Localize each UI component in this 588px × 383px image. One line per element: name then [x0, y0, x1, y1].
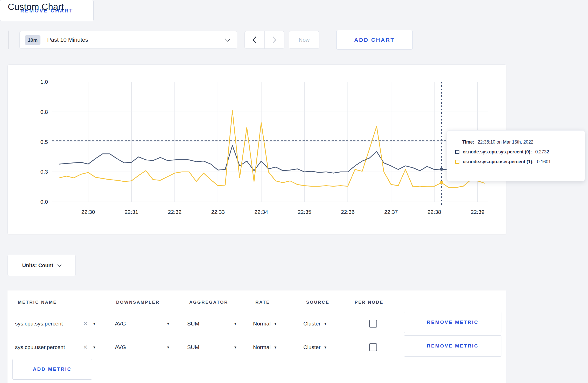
- column-header-source: SOURCE: [306, 300, 330, 305]
- caret-down-icon: ▼: [274, 322, 277, 325]
- tooltip-time-row: Time:22:38:10 on Mar 15th, 2022: [462, 139, 585, 145]
- tooltip-series-name: cr.node.sys.cpu.user.percent (1):: [463, 159, 534, 165]
- custom-chart-page: Custom Chart 10m Past 10 Minutes Now ADD…: [0, 0, 588, 383]
- metric-name-select[interactable]: sys.cpu.sys.percent ✕ ▼: [15, 321, 96, 327]
- rate-select[interactable]: Normal ▼: [253, 321, 277, 327]
- column-header-per-node: PER NODE: [355, 300, 383, 305]
- source-select[interactable]: Cluster ▼: [303, 344, 327, 350]
- time-range-label: Past 10 Minutes: [47, 37, 88, 43]
- cpu-chart-plot[interactable]: 22:3022:3122:3222:3322:3422:3522:3622:37…: [8, 65, 507, 235]
- page-title: Custom Chart: [8, 2, 64, 12]
- caret-down-icon: ▼: [166, 346, 170, 349]
- caret-down-icon: ▼: [324, 322, 327, 325]
- rate-value: Normal: [253, 344, 271, 350]
- svg-text:22:36: 22:36: [341, 209, 355, 215]
- metric-row: sys.cpu.sys.percent ✕ ▼ AVG ▼ SUM ▼ Norm…: [8, 312, 506, 336]
- next-time-button[interactable]: [264, 31, 284, 48]
- tooltip-series-value: 0.2732: [535, 149, 549, 155]
- downsampler-select[interactable]: AVG ▼: [115, 344, 170, 350]
- svg-text:22:35: 22:35: [298, 209, 311, 215]
- tooltip-series-value: 0.1601: [537, 159, 551, 165]
- column-header-downsampler: DOWNSAMPLER: [116, 300, 160, 305]
- chevron-right-icon: [272, 36, 277, 44]
- chevron-left-icon: [252, 36, 257, 44]
- metric-name-value: sys.cpu.sys.percent: [15, 321, 63, 327]
- units-select[interactable]: Units: Count: [8, 255, 76, 276]
- column-header-rate: RATE: [255, 300, 270, 305]
- svg-text:0.0: 0.0: [40, 199, 48, 205]
- user-series-swatch-icon: [455, 160, 459, 164]
- svg-text:22:39: 22:39: [471, 209, 485, 215]
- rate-value: Normal: [253, 321, 271, 327]
- svg-text:0.8: 0.8: [40, 109, 48, 115]
- units-select-label: Units: Count: [22, 263, 53, 268]
- svg-text:1.0: 1.0: [40, 79, 48, 85]
- caret-down-icon: ▼: [93, 346, 96, 349]
- metric-name-value: sys.cpu.user.percent: [15, 344, 65, 350]
- time-range-select[interactable]: 10m Past 10 Minutes: [19, 31, 237, 49]
- tooltip-time-value: 22:38:10 on Mar 15th, 2022: [478, 139, 533, 145]
- svg-text:22:33: 22:33: [211, 209, 225, 215]
- tooltip-series-row: cr.node.sys.cpu.sys.percent (0): 0.2732: [455, 149, 585, 155]
- source-select[interactable]: Cluster ▼: [303, 321, 327, 327]
- prev-time-button[interactable]: [245, 31, 264, 48]
- tooltip-time-label: Time:: [462, 139, 474, 145]
- metric-name-select[interactable]: sys.cpu.user.percent ✕ ▼: [15, 344, 96, 350]
- svg-text:0.3: 0.3: [40, 169, 48, 175]
- column-header-metric-name: METRIC NAME: [18, 300, 57, 305]
- tooltip-series-row: cr.node.sys.cpu.user.percent (1): 0.1601: [455, 159, 585, 165]
- caret-down-icon: ▼: [166, 322, 170, 325]
- add-metric-button[interactable]: ADD METRIC: [12, 359, 92, 380]
- time-range-badge: 10m: [25, 35, 40, 45]
- svg-text:22:34: 22:34: [254, 209, 268, 215]
- svg-text:22:38: 22:38: [428, 209, 441, 215]
- toolbar-divider: [8, 31, 9, 49]
- per-node-checkbox[interactable]: [369, 320, 377, 328]
- downsampler-select[interactable]: AVG ▼: [115, 321, 170, 327]
- aggregator-value: SUM: [187, 344, 199, 350]
- caret-down-icon: ▼: [324, 346, 327, 349]
- chart-tooltip: Time:22:38:10 on Mar 15th, 2022 cr.node.…: [447, 130, 585, 181]
- source-value: Cluster: [303, 344, 321, 350]
- time-pager: [244, 31, 284, 49]
- chevron-down-icon: [225, 36, 230, 41]
- svg-text:22:30: 22:30: [81, 209, 95, 215]
- column-header-aggregator: AGGREGATOR: [189, 300, 228, 305]
- metrics-table: METRIC NAME DOWNSAMPLER AGGREGATOR RATE …: [8, 290, 506, 383]
- chart-card: 22:3022:3122:3222:3322:3422:3522:3622:37…: [8, 65, 506, 234]
- now-button[interactable]: Now: [289, 31, 319, 49]
- remove-metric-button[interactable]: REMOVE METRIC: [404, 312, 501, 333]
- per-node-checkbox[interactable]: [369, 343, 377, 351]
- tooltip-series-name: cr.node.sys.cpu.sys.percent (0):: [463, 149, 532, 155]
- source-value: Cluster: [303, 321, 321, 327]
- svg-text:0.5: 0.5: [40, 139, 48, 145]
- svg-text:22:32: 22:32: [168, 209, 182, 215]
- caret-down-icon: ▼: [234, 346, 237, 349]
- add-chart-button[interactable]: ADD CHART: [336, 30, 413, 49]
- downsampler-value: AVG: [115, 321, 126, 327]
- rate-select[interactable]: Normal ▼: [253, 344, 277, 350]
- aggregator-select[interactable]: SUM ▼: [187, 344, 237, 350]
- clear-metric-icon[interactable]: ✕: [83, 321, 88, 327]
- aggregator-value: SUM: [187, 321, 199, 327]
- sys-series-swatch-icon: [455, 150, 459, 154]
- caret-down-icon: ▼: [93, 322, 96, 325]
- caret-down-icon: ▼: [274, 346, 277, 349]
- caret-down-icon: ▼: [234, 322, 237, 325]
- metric-row: sys.cpu.user.percent ✕ ▼ AVG ▼ SUM ▼ Nor…: [8, 335, 506, 359]
- svg-text:22:37: 22:37: [384, 209, 398, 215]
- chevron-down-icon: [57, 263, 62, 267]
- svg-text:22:31: 22:31: [125, 209, 138, 215]
- remove-metric-button[interactable]: REMOVE METRIC: [404, 335, 501, 357]
- clear-metric-icon[interactable]: ✕: [83, 344, 88, 350]
- downsampler-value: AVG: [115, 344, 126, 350]
- aggregator-select[interactable]: SUM ▼: [187, 321, 237, 327]
